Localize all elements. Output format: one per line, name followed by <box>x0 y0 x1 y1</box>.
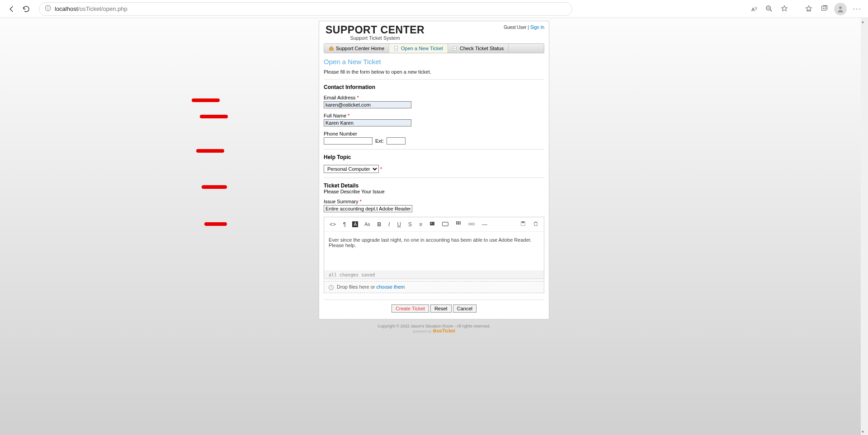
email-field[interactable] <box>324 101 411 108</box>
phone-label: Phone Number <box>324 131 544 136</box>
svg-point-17 <box>431 223 432 224</box>
svg-rect-22 <box>456 223 458 225</box>
video-icon[interactable] <box>441 220 449 229</box>
zoom-out-icon[interactable] <box>764 3 774 15</box>
svg-rect-24 <box>460 223 461 225</box>
main-nav: Support Center Home + Open a New Ticket … <box>324 43 544 53</box>
nav-status-label: Check Ticket Status <box>460 46 504 51</box>
strike-icon[interactable]: S <box>407 220 413 229</box>
refresh-button[interactable] <box>19 2 33 16</box>
editor-status: all changes saved <box>324 271 544 279</box>
page-title: Open a New Ticket <box>324 58 544 65</box>
collections-icon[interactable] <box>819 3 830 15</box>
issue-summary-field[interactable] <box>324 205 412 212</box>
help-topic-select[interactable]: Personal Computer Issues <box>324 165 379 173</box>
copyright: Copyright © 2022 Jason's Situation Room … <box>0 324 868 328</box>
annotation-mark <box>200 115 228 118</box>
profile-avatar[interactable] <box>834 3 847 15</box>
reset-button[interactable]: Reset <box>430 304 452 313</box>
save-draft-icon[interactable] <box>519 220 527 229</box>
signin-link[interactable]: Sign In <box>530 25 544 30</box>
favorites-icon[interactable] <box>803 3 814 15</box>
bold-icon[interactable]: B <box>376 220 382 229</box>
trash-icon[interactable] <box>532 220 539 229</box>
divider <box>324 79 544 80</box>
choose-files-link[interactable]: choose them <box>377 284 405 290</box>
annotation-mark <box>196 149 224 153</box>
vertical-scrollbar[interactable]: ▴ ▾ <box>861 18 868 435</box>
user-bar: Guest User | Sign In <box>504 25 544 30</box>
cancel-button[interactable]: Cancel <box>453 304 476 313</box>
powered-by-label: powered by <box>413 329 431 333</box>
image-icon[interactable] <box>429 220 436 229</box>
logo: SUPPORT CENTER Support Ticket System <box>326 24 425 41</box>
list-icon[interactable]: ≡ <box>418 220 423 229</box>
browser-toolbar: localhost/osTicket/open.php A)) ··· <box>0 0 868 18</box>
file-dropzone[interactable]: ↑ Drop files here or choose them <box>324 281 544 293</box>
link-icon[interactable] <box>467 220 476 229</box>
nav-home-label: Support Center Home <box>336 46 384 51</box>
rich-text-editor: <> ¶ A Aa B I U S ≡ <box>324 217 544 279</box>
page-intro: Please fill in the form below to open a … <box>324 69 544 75</box>
svg-rect-18 <box>443 222 448 225</box>
more-icon[interactable]: ··· <box>851 3 863 15</box>
ticket-details-desc: Please Describe Your Issue <box>324 189 544 194</box>
dropzone-text: Drop files here or <box>337 284 376 290</box>
summary-label: Issue Summary <box>324 199 358 204</box>
paragraph-icon[interactable]: ¶ <box>342 220 347 229</box>
svg-point-12 <box>839 6 842 9</box>
info-icon <box>45 5 51 13</box>
svg-rect-23 <box>458 223 459 225</box>
favorites-add-icon[interactable] <box>779 3 790 15</box>
underline-icon[interactable]: U <box>396 220 402 229</box>
svg-point-2 <box>47 6 48 7</box>
brand-name: ⚙osTicket <box>433 328 455 333</box>
svg-rect-21 <box>460 221 461 223</box>
svg-text:+: + <box>396 47 397 50</box>
address-bar[interactable]: localhost/osTicket/open.php <box>39 2 572 16</box>
annotation-mark <box>192 98 220 102</box>
new-ticket-icon: + <box>394 46 399 51</box>
annotation-mark <box>202 185 227 189</box>
svg-rect-19 <box>456 221 458 223</box>
logo-title: SUPPORT CENTER <box>326 24 425 36</box>
divider <box>324 178 544 178</box>
url-path: /osTicket/open.php <box>78 5 127 12</box>
guest-label: Guest User <box>504 25 527 30</box>
italic-icon[interactable]: I <box>387 220 391 229</box>
home-icon <box>329 46 334 51</box>
nav-check-status[interactable]: Check Ticket Status <box>448 44 509 53</box>
svg-rect-16 <box>430 222 434 225</box>
table-icon[interactable] <box>455 220 462 229</box>
create-ticket-button[interactable]: Create Ticket <box>392 304 429 313</box>
url-host: localhost <box>55 5 78 12</box>
nav-home[interactable]: Support Center Home <box>324 44 389 53</box>
read-aloud-icon[interactable]: A)) <box>750 4 759 14</box>
status-icon <box>453 46 458 51</box>
svg-point-26 <box>472 223 475 225</box>
font-size-icon[interactable]: Aa <box>363 221 371 228</box>
ext-field[interactable] <box>387 137 406 145</box>
fullname-field[interactable] <box>324 119 411 126</box>
svg-rect-28 <box>522 222 524 223</box>
phone-field[interactable] <box>324 137 373 145</box>
font-color-icon[interactable]: A <box>352 221 358 227</box>
editor-body[interactable]: Ever since the upgrade last night, no on… <box>324 232 544 271</box>
annotation-mark <box>204 222 227 226</box>
footer: Copyright © 2022 Jason's Situation Room … <box>0 324 868 342</box>
divider <box>324 149 544 150</box>
nav-open-ticket[interactable]: + Open a New Ticket <box>389 44 448 53</box>
svg-rect-20 <box>458 221 459 223</box>
help-topic-label: Help Topic <box>324 154 544 160</box>
email-label: Email Address <box>324 95 355 100</box>
code-view-icon[interactable]: <> <box>329 220 337 229</box>
fullname-label: Full Name <box>324 113 346 118</box>
svg-point-25 <box>469 223 472 225</box>
upload-icon: ↑ <box>329 285 334 290</box>
ext-label: Ext: <box>375 138 384 144</box>
hr-icon[interactable]: — <box>481 220 488 229</box>
back-button[interactable] <box>5 2 19 16</box>
contact-section-title: Contact Information <box>324 84 544 90</box>
main-container: SUPPORT CENTER Support Ticket System Gue… <box>319 21 549 319</box>
svg-rect-15 <box>453 47 456 51</box>
